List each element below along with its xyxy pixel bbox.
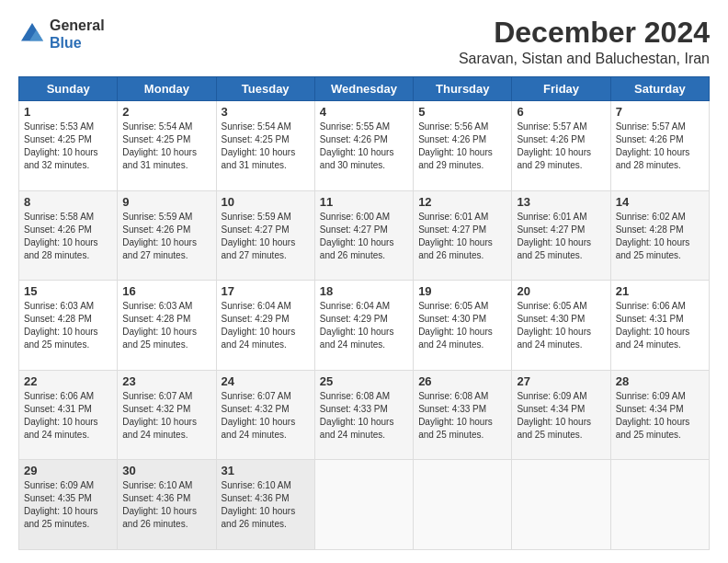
day-number: 21 <box>616 284 704 298</box>
table-row: 18 Sunrise: 6:04 AM Sunset: 4:29 PM Dayl… <box>314 281 413 371</box>
day-number: 18 <box>320 284 408 298</box>
day-info: Sunrise: 6:01 AM Sunset: 4:27 PM Dayligh… <box>517 211 605 262</box>
day-number: 28 <box>616 374 704 388</box>
logo-blue: Blue <box>50 35 82 51</box>
day-info: Sunrise: 6:05 AM Sunset: 4:30 PM Dayligh… <box>517 300 605 351</box>
col-saturday: Saturday <box>610 77 709 101</box>
day-number: 4 <box>320 105 408 119</box>
logo-general: General <box>50 17 105 33</box>
col-friday: Friday <box>512 77 610 101</box>
table-row: 24 Sunrise: 6:07 AM Sunset: 4:32 PM Dayl… <box>216 370 314 460</box>
day-number: 29 <box>24 464 112 477</box>
day-info: Sunrise: 6:09 AM Sunset: 4:35 PM Dayligh… <box>24 479 112 531</box>
logo-text: General Blue <box>50 17 105 52</box>
day-number: 19 <box>418 284 506 298</box>
day-info: Sunrise: 5:54 AM Sunset: 4:25 PM Dayligh… <box>122 121 210 172</box>
calendar-header-row: Sunday Monday Tuesday Wednesday Thursday… <box>19 77 710 101</box>
col-wednesday: Wednesday <box>314 77 413 101</box>
day-info: Sunrise: 6:07 AM Sunset: 4:32 PM Dayligh… <box>122 390 210 442</box>
table-row: 20 Sunrise: 6:05 AM Sunset: 4:30 PM Dayl… <box>512 281 610 371</box>
day-info: Sunrise: 5:53 AM Sunset: 4:25 PM Dayligh… <box>24 121 112 172</box>
table-row: 12 Sunrise: 6:01 AM Sunset: 4:27 PM Dayl… <box>414 190 512 281</box>
day-info: Sunrise: 6:00 AM Sunset: 4:27 PM Dayligh… <box>320 211 408 262</box>
table-row: 31 Sunrise: 6:10 AM Sunset: 4:36 PM Dayl… <box>216 460 314 550</box>
day-number: 30 <box>122 464 210 477</box>
day-number: 20 <box>517 284 605 298</box>
table-row: 19 Sunrise: 6:05 AM Sunset: 4:30 PM Dayl… <box>414 281 512 371</box>
day-number: 1 <box>24 105 112 119</box>
col-sunday: Sunday <box>19 77 118 101</box>
day-number: 13 <box>517 195 605 209</box>
day-info: Sunrise: 6:03 AM Sunset: 4:28 PM Dayligh… <box>122 300 210 351</box>
day-info: Sunrise: 6:08 AM Sunset: 4:33 PM Dayligh… <box>418 390 506 442</box>
day-info: Sunrise: 6:05 AM Sunset: 4:30 PM Dayligh… <box>418 300 506 351</box>
table-row: 15 Sunrise: 6:03 AM Sunset: 4:28 PM Dayl… <box>19 281 118 371</box>
day-info: Sunrise: 6:07 AM Sunset: 4:32 PM Dayligh… <box>222 390 310 442</box>
day-number: 24 <box>222 374 310 388</box>
title-area: December 2024 Saravan, Sistan and Baluch… <box>459 17 710 67</box>
day-number: 16 <box>122 284 210 298</box>
day-number: 7 <box>616 105 704 119</box>
day-number: 8 <box>24 195 112 209</box>
day-number: 27 <box>517 374 605 388</box>
day-info: Sunrise: 6:09 AM Sunset: 4:34 PM Dayligh… <box>616 390 704 442</box>
day-number: 11 <box>320 195 408 209</box>
day-number: 3 <box>222 105 310 119</box>
day-number: 15 <box>24 284 112 298</box>
table-row <box>314 460 413 550</box>
table-row <box>610 460 709 550</box>
col-thursday: Thursday <box>414 77 512 101</box>
day-info: Sunrise: 6:04 AM Sunset: 4:29 PM Dayligh… <box>320 300 408 351</box>
table-row: 21 Sunrise: 6:06 AM Sunset: 4:31 PM Dayl… <box>610 281 709 371</box>
calendar-week-row: 8 Sunrise: 5:58 AM Sunset: 4:26 PM Dayli… <box>19 190 710 281</box>
day-info: Sunrise: 6:03 AM Sunset: 4:28 PM Dayligh… <box>24 300 112 351</box>
day-info: Sunrise: 5:57 AM Sunset: 4:26 PM Dayligh… <box>517 121 605 172</box>
table-row: 9 Sunrise: 5:59 AM Sunset: 4:26 PM Dayli… <box>118 190 216 281</box>
day-number: 2 <box>122 105 210 119</box>
table-row: 2 Sunrise: 5:54 AM Sunset: 4:25 PM Dayli… <box>118 101 216 191</box>
day-info: Sunrise: 5:59 AM Sunset: 4:27 PM Dayligh… <box>222 211 310 262</box>
day-info: Sunrise: 5:59 AM Sunset: 4:26 PM Dayligh… <box>122 211 210 262</box>
day-number: 6 <box>517 105 605 119</box>
header: General Blue December 2024 Saravan, Sist… <box>18 17 710 67</box>
table-row: 25 Sunrise: 6:08 AM Sunset: 4:33 PM Dayl… <box>314 370 413 460</box>
table-row: 28 Sunrise: 6:09 AM Sunset: 4:34 PM Dayl… <box>610 370 709 460</box>
table-row: 26 Sunrise: 6:08 AM Sunset: 4:33 PM Dayl… <box>414 370 512 460</box>
day-info: Sunrise: 6:04 AM Sunset: 4:29 PM Dayligh… <box>222 300 310 351</box>
day-info: Sunrise: 6:10 AM Sunset: 4:36 PM Dayligh… <box>222 479 310 531</box>
day-info: Sunrise: 5:57 AM Sunset: 4:26 PM Dayligh… <box>616 121 704 172</box>
table-row: 30 Sunrise: 6:10 AM Sunset: 4:36 PM Dayl… <box>118 460 216 550</box>
day-info: Sunrise: 6:06 AM Sunset: 4:31 PM Dayligh… <box>24 390 112 442</box>
table-row: 7 Sunrise: 5:57 AM Sunset: 4:26 PM Dayli… <box>610 101 709 191</box>
month-title: December 2024 <box>459 17 710 49</box>
day-info: Sunrise: 5:58 AM Sunset: 4:26 PM Dayligh… <box>24 211 112 262</box>
col-monday: Monday <box>118 77 216 101</box>
table-row: 29 Sunrise: 6:09 AM Sunset: 4:35 PM Dayl… <box>19 460 118 550</box>
table-row <box>414 460 512 550</box>
col-tuesday: Tuesday <box>216 77 314 101</box>
day-number: 31 <box>222 464 310 477</box>
table-row: 23 Sunrise: 6:07 AM Sunset: 4:32 PM Dayl… <box>118 370 216 460</box>
table-row: 13 Sunrise: 6:01 AM Sunset: 4:27 PM Dayl… <box>512 190 610 281</box>
calendar-week-row: 15 Sunrise: 6:03 AM Sunset: 4:28 PM Dayl… <box>19 281 710 371</box>
table-row: 6 Sunrise: 5:57 AM Sunset: 4:26 PM Dayli… <box>512 101 610 191</box>
table-row: 10 Sunrise: 5:59 AM Sunset: 4:27 PM Dayl… <box>216 190 314 281</box>
logo: General Blue <box>18 17 105 52</box>
day-number: 26 <box>418 374 506 388</box>
day-number: 23 <box>122 374 210 388</box>
page: General Blue December 2024 Saravan, Sist… <box>0 0 728 563</box>
day-info: Sunrise: 5:56 AM Sunset: 4:26 PM Dayligh… <box>418 121 506 172</box>
day-number: 9 <box>122 195 210 209</box>
day-number: 25 <box>320 374 408 388</box>
logo-icon <box>18 20 46 48</box>
table-row: 14 Sunrise: 6:02 AM Sunset: 4:28 PM Dayl… <box>610 190 709 281</box>
day-info: Sunrise: 6:06 AM Sunset: 4:31 PM Dayligh… <box>616 300 704 351</box>
day-info: Sunrise: 6:01 AM Sunset: 4:27 PM Dayligh… <box>418 211 506 262</box>
table-row: 16 Sunrise: 6:03 AM Sunset: 4:28 PM Dayl… <box>118 281 216 371</box>
calendar-table: Sunday Monday Tuesday Wednesday Thursday… <box>18 76 710 550</box>
table-row: 1 Sunrise: 5:53 AM Sunset: 4:25 PM Dayli… <box>19 101 118 191</box>
table-row: 11 Sunrise: 6:00 AM Sunset: 4:27 PM Dayl… <box>314 190 413 281</box>
day-info: Sunrise: 5:55 AM Sunset: 4:26 PM Dayligh… <box>320 121 408 172</box>
table-row: 3 Sunrise: 5:54 AM Sunset: 4:25 PM Dayli… <box>216 101 314 191</box>
table-row: 27 Sunrise: 6:09 AM Sunset: 4:34 PM Dayl… <box>512 370 610 460</box>
